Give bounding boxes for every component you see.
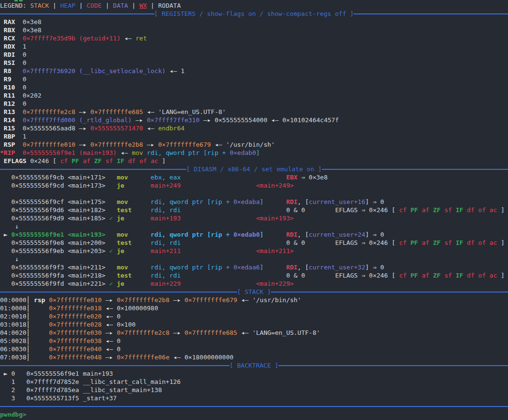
text-segment — [105, 231, 116, 238]
text-segment: 0×555555554000 — [215, 116, 267, 124]
text-segment — [132, 239, 151, 246]
text-segment: ] ⇒ 0 — [365, 231, 384, 238]
text-segment: af — [422, 272, 433, 279]
text-segment — [0, 223, 15, 230]
text-segment: 0×7fffffffe020 — [49, 313, 102, 320]
text-segment: PF — [410, 239, 421, 246]
text-segment: df — [467, 239, 478, 246]
text-segment — [113, 215, 117, 222]
text-segment: │ — [26, 313, 30, 320]
text-segment: df — [467, 272, 478, 279]
text-segment: │ — [26, 296, 30, 304]
text-segment: 0×7fffffffe040 — [49, 345, 102, 353]
text-segment: IF — [117, 157, 128, 165]
separator-rule-bar — [0, 169, 186, 170]
text-segment: —▸ — [102, 296, 116, 304]
text-segment — [264, 264, 286, 271]
text-segment: rdi, rdi — [151, 239, 181, 246]
text-segment: 03:0018 — [0, 321, 26, 328]
text-segment: 0×7fffffffe048 — [49, 354, 102, 361]
text-segment: ⇒ 0×3e8 — [297, 174, 328, 181]
text-segment: RDI — [286, 264, 297, 271]
text-segment: │ — [26, 337, 30, 344]
text-segment: 0×7fffffffe685 — [90, 108, 143, 115]
text-segment: of — [478, 239, 489, 246]
text-segment — [11, 76, 22, 83]
register-row-eflags: EFLAGS 0×246 [ cf PF af ZF sf IF df of a… — [0, 157, 508, 165]
text-segment: endbr64 — [158, 125, 185, 132]
text-segment: , [ — [297, 198, 308, 205]
text-segment: │ — [26, 329, 30, 336]
backtrace-section-header: [ BACKTRACE ] — [0, 361, 508, 369]
text-segment: 0×55555556f9eb <main+203> — [0, 247, 109, 255]
text-segment: ◂— — [165, 67, 180, 75]
text-segment: cf — [399, 239, 410, 246]
backtrace-frame-2: 2 0×7ffff7d785ea __libc_start_main+138 — [0, 386, 508, 394]
text-segment: | — [76, 2, 87, 9]
text-segment: PF — [72, 157, 83, 165]
register-row-rip: *RIP 0×55555556f9e1 (main+193) ◂— mov rd… — [0, 149, 508, 157]
text-segment — [105, 182, 116, 189]
text-segment: EFLAGS ⇒ 0×246 [ — [335, 206, 399, 214]
backtrace-frame-0: ► 0 0×55555556f9e1 main+193 — [0, 369, 508, 378]
terminal[interactable]: LEGEND: STACK | HEAP | CODE | DATA | WX … — [0, 1, 508, 419]
text-segment: ac — [490, 239, 497, 246]
text-segment: ◂— — [169, 354, 184, 361]
text-segment: rdi, rdi — [151, 206, 181, 214]
text-segment: <main+211> — [256, 247, 293, 255]
text-segment — [132, 272, 151, 279]
text-segment: current_user+24 — [309, 231, 365, 238]
text-segment: RBX — [0, 26, 15, 34]
text-segment: 0×18000000000 — [185, 354, 234, 361]
text-segment: 2 0×7ffff7d785ea __libc_start_main+138 — [0, 386, 162, 394]
text-segment — [15, 133, 23, 140]
text-segment — [305, 206, 335, 214]
text-segment: 0 — [23, 59, 26, 66]
text-segment: RSI — [0, 59, 15, 66]
text-segment: 0×55555556f9fd <main+221> — [0, 280, 109, 287]
text-segment: mov — [117, 264, 128, 271]
text-segment: —▸ — [143, 141, 158, 148]
text-segment: 0×7fffffffe010 — [49, 296, 102, 304]
separator-rule-bar — [271, 292, 508, 293]
text-segment: PF — [410, 206, 421, 214]
text-segment: EFLAGS ⇒ 0×246 [ — [335, 272, 399, 279]
text-segment: 0 — [23, 76, 26, 83]
prompt-line[interactable]: pwndbg> — [0, 410, 508, 419]
text-segment: cf — [60, 157, 71, 165]
text-segment: 1 — [23, 133, 26, 140]
text-segment — [30, 313, 49, 320]
text-segment: af — [422, 239, 433, 246]
backtrace-frame-1: 1 0×7ffff7d7852e __libc_start_call_main+… — [0, 378, 508, 386]
text-segment: ◂— — [267, 116, 282, 124]
text-segment: │ — [26, 354, 30, 361]
disasm-jump-arrow-1: ↓ — [0, 222, 508, 230]
register-row-rsp: RSP 0×7fffffffe010 —▸ 0×7fffffffe2b8 —▸ … — [0, 140, 508, 149]
register-row-rbp: RBP 1 — [0, 132, 508, 140]
text-segment: ZF — [433, 206, 444, 214]
text-segment: 0×edab0 — [233, 231, 260, 238]
text-segment: HEAP — [60, 2, 75, 9]
text-segment — [30, 337, 49, 344]
text-segment: ] ⇒ 0 — [365, 264, 384, 271]
text-segment: ] — [260, 198, 264, 205]
text-segment: R11 — [0, 92, 15, 99]
text-segment: 0×7ffff7ffd000 (_rtld_global) — [23, 116, 132, 124]
text-segment: 0×55555556f9e1 <main+193> — [11, 231, 105, 238]
register-row-rbx: RBX 0×3e8 — [0, 26, 508, 34]
text-segment: LEGEND: — [0, 2, 30, 9]
text-segment — [264, 198, 286, 205]
text-segment: 05:0028 — [0, 337, 26, 344]
text-segment — [105, 264, 116, 271]
text-segment: —▸ — [102, 354, 116, 361]
text-segment — [181, 280, 256, 287]
text-segment: rsp — [34, 296, 45, 304]
text-segment: sf — [444, 206, 456, 214]
text-segment — [15, 35, 23, 42]
text-segment: <main+193> — [256, 215, 293, 222]
text-segment: ◂— — [120, 35, 135, 42]
text-segment: —▸ — [132, 116, 147, 124]
text-segment: ◂— — [143, 125, 158, 132]
text-segment: 0×7ffff7e35d9b (getuid+11) — [23, 35, 121, 42]
register-row-r14: R14 0×7ffff7ffd000 (_rtld_global) —▸ 0×7… — [0, 116, 508, 124]
